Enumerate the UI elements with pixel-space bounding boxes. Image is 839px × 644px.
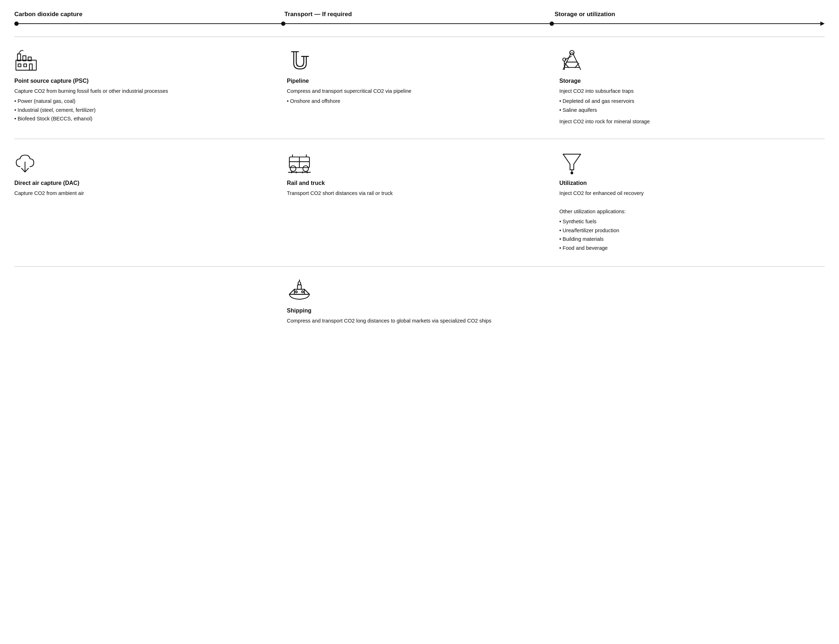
psc-bullet-2: Industrial (steel, cement, fertilizer): [14, 106, 273, 114]
svg-rect-37: [298, 285, 301, 289]
filter-icon-area: [559, 150, 818, 175]
psc-title: Point source capture (PSC): [14, 78, 273, 84]
rail-truck-body: Transport CO2 short distances via rail o…: [287, 189, 545, 197]
truck-icon-area: [287, 150, 545, 175]
ship-icon-area: [287, 278, 545, 302]
section-row-2: Direct air capture (DAC) Capture CO2 fro…: [14, 139, 825, 266]
svg-rect-36: [294, 289, 304, 294]
pipeline-icon: [287, 49, 312, 73]
utilization-bullet-1: Synthetic fuels: [559, 217, 818, 225]
col2-row2: Rail and truck Transport CO2 short dista…: [287, 150, 552, 256]
utilization-body: Inject CO2 for enhanced oil recovery Oth…: [559, 189, 818, 252]
svg-point-34: [571, 172, 572, 174]
rail-truck-title: Rail and truck: [287, 180, 545, 186]
utilization-bullet-2: Urea/fertilizer production: [559, 227, 818, 234]
storage-bullets: Depleted oil and gas reservoirs Saline a…: [559, 97, 818, 114]
storage-desc: Inject CO2 into subsurface traps: [559, 87, 818, 95]
svg-point-38: [295, 291, 297, 293]
dac-title: Direct air capture (DAC): [14, 180, 273, 186]
psc-body: Capture CO2 from burning fossil fuels or…: [14, 87, 273, 123]
rail-truck-desc: Transport CO2 short distances via rail o…: [287, 189, 545, 197]
utilization-bullet-4: Food and beverage: [559, 244, 818, 252]
utilization-extra-bullets: Synthetic fuels Urea/fertilizer producti…: [559, 217, 818, 252]
svg-rect-4: [18, 64, 21, 67]
psc-bullet-3: Biofeed Stock (BECCS, ethanol): [14, 115, 273, 123]
storage-title: Storage: [559, 78, 818, 84]
storage-bullet-1: Depleted oil and gas reservoirs: [559, 97, 818, 105]
svg-point-13: [570, 51, 574, 55]
factory-icon-area: [14, 48, 273, 73]
col2-row1: Pipeline Compress and transport supercri…: [287, 48, 552, 128]
factory-icon: [14, 49, 39, 73]
svg-point-24: [303, 166, 309, 171]
timeline-dot-1: [14, 21, 19, 26]
pipeline-bullet-1: Onshore and offshore: [287, 97, 545, 105]
col2-row3: Shipping Compress and transport CO2 long…: [287, 278, 552, 327]
pipeline-title: Pipeline: [287, 78, 545, 84]
utilization-desc: Inject CO2 for enhanced oil recovery: [559, 189, 818, 197]
ship-icon: [287, 279, 312, 302]
timeline-arrow: [14, 21, 825, 26]
section-row-1: Point source capture (PSC) Capture CO2 f…: [14, 36, 825, 139]
dac-body: Capture CO2 from ambient air: [14, 189, 273, 197]
col1-row2: Direct air capture (DAC) Capture CO2 fro…: [14, 150, 280, 256]
svg-rect-6: [30, 64, 32, 70]
storage-bullet-2: Saline aquifers: [559, 106, 818, 114]
utilization-title: Utilization: [559, 180, 818, 186]
utilization-extra-title: Other utilization applications:: [559, 207, 818, 215]
shipping-desc: Compress and transport CO2 long distance…: [287, 317, 545, 325]
psc-desc: Capture CO2 from burning fossil fuels or…: [14, 87, 273, 95]
col3-row2: Utilization Inject CO2 for enhanced oil …: [559, 150, 825, 256]
truck-icon: [287, 151, 312, 175]
pipeline-icon-area: [287, 48, 545, 73]
col1-row1: Point source capture (PSC) Capture CO2 f…: [14, 48, 280, 128]
oilrig-icon: [559, 49, 584, 73]
shipping-title: Shipping: [287, 307, 545, 314]
shipping-body: Compress and transport CO2 long distance…: [287, 317, 545, 325]
pipeline-bullets: Onshore and offshore: [287, 97, 545, 105]
svg-rect-0: [16, 60, 36, 70]
filter-icon: [559, 151, 584, 175]
pipeline-body: Compress and transport supercritical CO2…: [287, 87, 545, 105]
col2-header-title: Transport — If required: [284, 11, 554, 18]
timeline-header: Carbon dioxide capture Transport — If re…: [14, 11, 825, 18]
svg-point-23: [290, 166, 296, 171]
utilization-bullet-3: Building materials: [559, 235, 818, 243]
svg-marker-32: [563, 154, 581, 170]
col1-row3: [14, 278, 280, 327]
psc-bullets: Power (natural gas, coal) Industrial (st…: [14, 97, 273, 123]
timeline-line: [14, 23, 821, 24]
col1-header-title: Carbon dioxide capture: [14, 11, 284, 18]
dac-desc: Capture CO2 from ambient air: [14, 189, 273, 197]
col3-row3: [559, 278, 825, 327]
cloud-icon-area: [14, 150, 273, 175]
timeline-dot-3: [549, 21, 554, 26]
col3-row1: Storage Inject CO2 into subsurface traps…: [559, 48, 825, 128]
section-row-3: Shipping Compress and transport CO2 long…: [14, 266, 825, 338]
psc-bullet-1: Power (natural gas, coal): [14, 97, 273, 105]
storage-extra: Inject CO2 into rock for mineral storage: [559, 118, 818, 125]
svg-rect-1: [18, 54, 21, 61]
pipeline-desc: Compress and transport supercritical CO2…: [287, 87, 545, 95]
cloud-down-icon: [14, 151, 39, 175]
svg-point-39: [301, 291, 303, 293]
svg-rect-5: [24, 64, 26, 67]
svg-line-41: [304, 289, 309, 294]
oilrig-icon-area: [559, 48, 818, 73]
svg-line-40: [290, 289, 294, 294]
timeline-dot-2: [281, 21, 285, 26]
storage-body: Inject CO2 into subsurface traps Deplete…: [559, 87, 818, 126]
col3-header-title: Storage or utilization: [555, 11, 825, 18]
